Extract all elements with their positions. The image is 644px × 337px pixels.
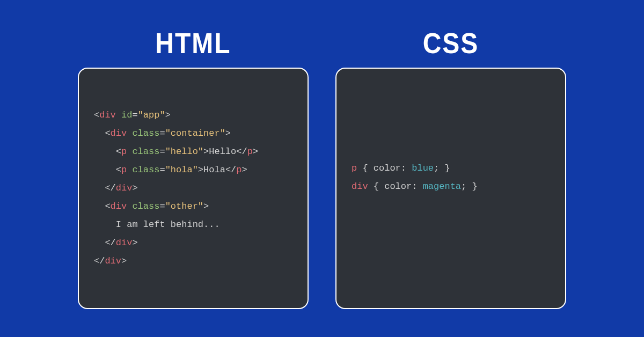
code-token: div	[116, 238, 133, 248]
code-token: =	[159, 146, 165, 157]
code-token	[127, 128, 132, 138]
code-token: =	[159, 201, 165, 211]
code-token: =	[159, 128, 165, 138]
html-code-line: </div>	[94, 179, 292, 197]
code-token: ; }	[434, 163, 450, 173]
code-token: class	[132, 146, 159, 157]
code-token	[127, 201, 132, 211]
code-token: p	[247, 146, 253, 157]
code-token	[94, 201, 105, 211]
code-token: >	[203, 201, 209, 211]
html-code-block: <div id="app"> <div class="container"> <…	[94, 106, 292, 270]
code-token: {	[357, 163, 374, 173]
html-code-line: <div id="app">	[94, 106, 292, 124]
html-code-line: </div>	[94, 234, 292, 252]
code-token: {	[368, 181, 385, 192]
code-token: >	[253, 146, 258, 157]
code-token: "container"	[165, 128, 225, 138]
code-token: :	[412, 181, 422, 192]
html-code-line: <p class="hello">Hello</p>	[94, 143, 292, 161]
code-token: div	[352, 181, 368, 192]
code-token: </	[236, 146, 247, 157]
code-token: "hello"	[165, 146, 203, 157]
code-token: >	[132, 183, 137, 193]
html-code-line: <p class="hola">Hola</p>	[94, 161, 292, 179]
code-token: <	[116, 165, 121, 175]
code-token: ; }	[461, 181, 478, 192]
code-token: <	[116, 146, 121, 157]
css-heading: CSS	[423, 27, 479, 60]
html-code-line: <div class="container">	[94, 124, 292, 143]
code-token: div	[116, 183, 133, 193]
code-token: class	[132, 128, 159, 138]
code-token: div	[99, 110, 116, 120]
css-code-line: p { color: blue; }	[352, 159, 550, 178]
code-token: <	[105, 128, 110, 138]
code-token	[94, 238, 105, 248]
code-token: Hello	[209, 146, 236, 157]
code-token: >	[203, 146, 209, 157]
code-token: "app"	[138, 110, 165, 120]
code-token: p	[121, 146, 127, 157]
code-token	[127, 146, 132, 157]
code-token: <	[105, 201, 110, 211]
css-code-line: div { color: magenta; }	[352, 178, 550, 196]
code-token: Hola	[203, 165, 225, 175]
code-token: </	[94, 256, 105, 266]
code-token	[94, 146, 116, 157]
code-token: :	[401, 163, 412, 173]
code-token: </	[225, 165, 236, 175]
code-token: magenta	[423, 181, 461, 192]
html-code-line: </div>	[94, 252, 292, 270]
code-token	[116, 110, 121, 120]
css-column: CSS p { color: blue; }div { color: magen…	[335, 28, 566, 309]
code-token: div	[111, 201, 127, 211]
code-token: =	[132, 110, 137, 120]
code-token: >	[198, 165, 203, 175]
code-token: >	[225, 128, 231, 138]
code-token: "hola"	[165, 165, 198, 175]
html-code-panel: <div id="app"> <div class="container"> <…	[78, 68, 309, 309]
code-token: class	[132, 165, 159, 175]
css-code-panel: p { color: blue; }div { color: magenta; …	[335, 68, 566, 309]
code-token: color	[384, 181, 412, 192]
code-token: >	[165, 110, 171, 120]
code-token: p	[121, 165, 127, 175]
code-token: >	[121, 256, 127, 266]
code-token: >	[241, 165, 247, 175]
code-token: blue	[412, 163, 434, 173]
css-code-block: p { color: blue; }div { color: magenta; …	[352, 159, 550, 196]
code-token	[94, 128, 105, 138]
code-token: >	[132, 238, 137, 248]
code-token: </	[105, 183, 115, 193]
code-token: div	[105, 256, 121, 266]
code-token: </	[105, 238, 115, 248]
code-token	[94, 165, 116, 175]
code-token: I am left behind...	[94, 219, 220, 230]
code-token: <	[94, 110, 99, 120]
code-token	[94, 183, 105, 193]
html-code-line: I am left behind...	[94, 216, 292, 234]
code-token: p	[352, 163, 357, 173]
code-token: p	[236, 165, 241, 175]
html-code-line: <div class="other">	[94, 197, 292, 216]
code-token: div	[111, 128, 127, 138]
code-token: "other"	[165, 201, 203, 211]
html-heading: HTML	[155, 27, 231, 60]
code-token: class	[132, 201, 159, 211]
code-token: =	[159, 165, 165, 175]
code-token: color	[374, 163, 401, 173]
code-token	[127, 165, 132, 175]
code-token: id	[121, 110, 132, 120]
html-column: HTML <div id="app"> <div class="containe…	[78, 28, 309, 309]
